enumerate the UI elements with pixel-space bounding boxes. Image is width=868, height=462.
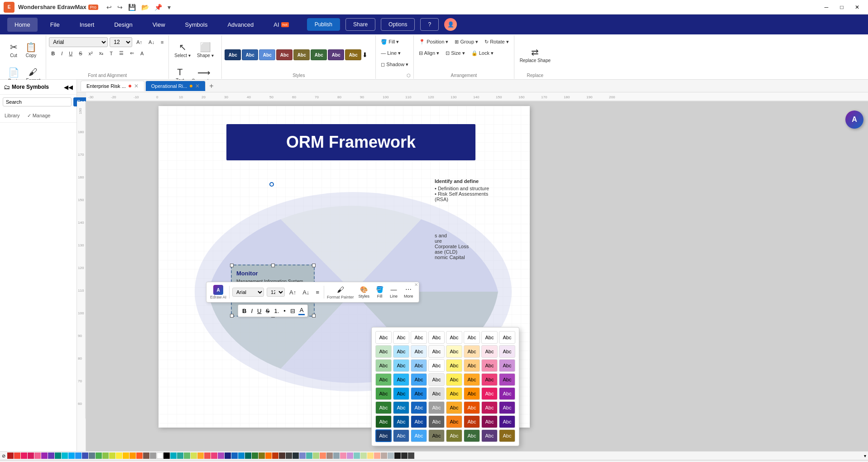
topbar-design-tab[interactable]: Design <box>107 18 139 32</box>
size-btn[interactable]: ⊡ Size ▾ <box>443 48 467 58</box>
color-purple[interactable] <box>41 452 48 459</box>
copy-button[interactable]: 📋Copy <box>23 37 39 63</box>
color-grey[interactable] <box>150 452 156 459</box>
color-extra-4[interactable] <box>320 452 326 459</box>
color-extra-11[interactable] <box>367 452 374 459</box>
color-brown[interactable] <box>143 452 149 459</box>
color-red[interactable] <box>14 452 20 459</box>
color-amber[interactable] <box>123 452 129 459</box>
color-extra-10[interactable] <box>360 452 367 459</box>
style-cell-1-4[interactable]: Abc <box>428 331 445 344</box>
shape-tool-btn[interactable]: ⬜Shape ▾ <box>194 37 216 63</box>
style-cell-8-2[interactable]: Abc <box>393 429 409 442</box>
position-btn[interactable]: 📍 Position ▾ <box>417 37 451 47</box>
topbar-ai-tab[interactable]: AI hot <box>266 18 296 32</box>
style-cell-7-8[interactable]: Abc <box>499 415 515 428</box>
style-cell-3-3[interactable]: Abc <box>411 359 427 372</box>
style-cell-7-5[interactable]: Abc <box>446 415 462 428</box>
topbar-home-tab[interactable]: Home <box>7 18 38 32</box>
color-blue-2[interactable] <box>231 452 238 459</box>
publish-button[interactable]: Publish <box>307 18 340 31</box>
list-btn[interactable]: ☰ <box>117 48 126 58</box>
color-pink[interactable] <box>21 452 27 459</box>
style-cell-2-8[interactable]: Abc <box>499 345 515 358</box>
color-light-blue[interactable] <box>68 452 75 459</box>
float-shrink-btn[interactable]: A↓ <box>301 288 311 297</box>
color-extra-1[interactable] <box>299 452 306 459</box>
color-light-blue-2[interactable] <box>238 452 245 459</box>
color-deep-purple[interactable] <box>48 452 54 459</box>
float-text-color-btn[interactable]: A <box>298 306 305 315</box>
bold-btn[interactable]: B <box>49 48 57 58</box>
maximize-button[interactable]: □ <box>834 2 849 13</box>
swatch-1[interactable]: Abc <box>225 49 241 60</box>
style-cell-4-2[interactable]: Abc <box>393 373 409 386</box>
style-cell-6-5[interactable]: Abc <box>446 401 462 414</box>
sidebar-collapse-btn[interactable]: ◀◀ <box>64 84 73 91</box>
style-cell-4-7[interactable]: Abc <box>481 373 498 386</box>
float-grow-btn[interactable]: A↑ <box>288 288 298 297</box>
no-fill-btn[interactable]: ⊘ <box>2 453 5 458</box>
color-extra-2[interactable] <box>306 452 312 459</box>
tab-operational[interactable]: Operational Ri... ✕ <box>145 81 206 91</box>
color-deep-pink[interactable] <box>28 452 34 459</box>
style-cell-5-1[interactable]: Abc <box>375 387 392 400</box>
style-cell-8-5[interactable]: Abc <box>446 429 462 442</box>
color-extra-dark2[interactable] <box>401 452 408 459</box>
style-cell-2-5[interactable]: Abc <box>446 345 462 358</box>
search-input[interactable] <box>3 97 72 106</box>
undo-button[interactable]: ↩ <box>104 2 115 13</box>
float-styles-btn[interactable]: 🎨 Styles <box>357 285 372 299</box>
color-extra-14[interactable] <box>388 452 394 459</box>
style-cell-4-4[interactable]: Abc <box>428 373 445 386</box>
color-orange[interactable] <box>129 452 136 459</box>
color-blue[interactable] <box>75 452 82 459</box>
add-tab-button[interactable]: + <box>206 81 216 91</box>
color-teal-3[interactable] <box>245 452 251 459</box>
style-cell-5-4[interactable]: Abc <box>428 387 445 400</box>
color-extra-9[interactable] <box>354 452 360 459</box>
font-shrink-btn[interactable]: A↓ <box>146 37 157 47</box>
fill-btn[interactable]: 🪣 Fill ▾ <box>379 37 401 47</box>
rotate-btn[interactable]: ↻ Rotate ▾ <box>482 37 511 47</box>
float-ol-btn[interactable]: 1. <box>273 306 280 315</box>
options-button[interactable]: Options <box>381 18 415 31</box>
style-cell-4-5[interactable]: Abc <box>446 373 462 386</box>
float-fill-btn[interactable]: 🪣 Fill <box>374 285 385 299</box>
sidebar-manage-link[interactable]: ✓ Manage <box>25 112 53 120</box>
topbar-view-tab[interactable]: View <box>145 18 173 32</box>
color-blue-grey[interactable] <box>89 452 95 459</box>
subscript-btn[interactable]: x₂ <box>97 48 106 58</box>
color-deep-orange[interactable] <box>136 452 143 459</box>
share-button[interactable]: Share <box>345 18 375 31</box>
style-cell-6-3[interactable]: Abc <box>411 401 427 414</box>
color-amber-2[interactable] <box>265 452 272 459</box>
color-lime-2[interactable] <box>259 452 265 459</box>
style-cell-8-1[interactable]: Abc <box>375 429 392 442</box>
fill-color-btn[interactable]: A <box>138 48 146 58</box>
style-cell-6-2[interactable]: Abc <box>393 401 409 414</box>
style-cell-6-1[interactable]: Abc <box>375 401 392 414</box>
user-avatar[interactable]: 👤 <box>444 18 457 31</box>
color-extra-6[interactable] <box>333 452 340 459</box>
select-tool-btn[interactable]: ↖Select ▾ <box>172 37 193 63</box>
color-green-2[interactable] <box>184 452 190 459</box>
style-cell-6-8[interactable]: Abc <box>499 401 515 414</box>
style-cell-2-2[interactable]: Abc <box>393 345 409 358</box>
font-family-select[interactable]: Arial <box>49 37 108 47</box>
color-cyan-2[interactable] <box>170 452 177 459</box>
style-cell-3-2[interactable]: Abc <box>393 359 409 372</box>
color-pink-light[interactable] <box>34 452 41 459</box>
color-cyan[interactable] <box>62 452 68 459</box>
color-lime[interactable] <box>109 452 115 459</box>
style-cell-5-5[interactable]: Abc <box>446 387 462 400</box>
superscript-btn[interactable]: x² <box>86 48 95 58</box>
color-deep-blue[interactable] <box>225 452 231 459</box>
style-cell-7-2[interactable]: Abc <box>393 415 409 428</box>
float-bold-btn[interactable]: B <box>241 306 248 315</box>
align-btn[interactable]: ⊟ Align ▾ <box>417 48 441 58</box>
open-button[interactable]: 📂 <box>139 2 152 13</box>
color-extra-3[interactable] <box>313 452 319 459</box>
style-cell-8-3[interactable]: Abc <box>411 429 427 442</box>
style-cell-6-6[interactable]: Abc <box>464 401 480 414</box>
